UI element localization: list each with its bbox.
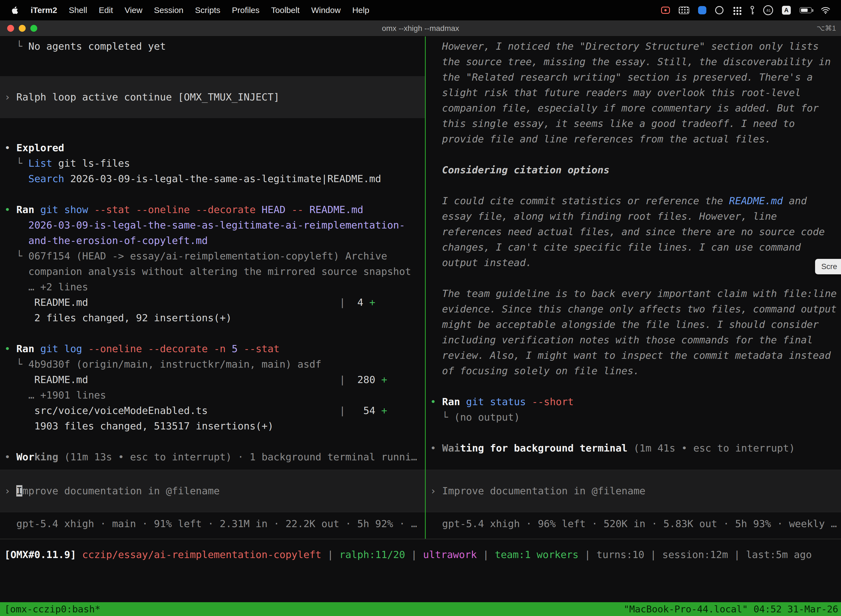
text-segment: companion analysis without altering the … [4, 266, 411, 277]
text-segment: • [4, 142, 16, 154]
recording-indicator-icon[interactable] [661, 7, 670, 14]
text-segment: src/voice/voiceModeEnabled.ts [4, 403, 339, 418]
menu-item-shell[interactable]: Shell [63, 6, 93, 15]
blue-app-icon[interactable] [698, 6, 706, 14]
left-pane[interactable]: └ No agents completed yet › Ralph loop a… [0, 37, 425, 539]
text-segment: -- [292, 204, 303, 215]
right-pane[interactable]: However, I noticed the "Directory Struct… [426, 37, 841, 539]
cpu-meter-icon[interactable]: .61 [763, 5, 773, 15]
text-segment: turns:10 [596, 549, 644, 560]
text-segment: Wor [16, 451, 34, 462]
text-segment: › [4, 91, 16, 103]
terminal-line: └ 067f154 (HEAD -> essay/ai-reimplementa… [0, 248, 425, 264]
menu-item-window[interactable]: Window [305, 6, 347, 15]
text-segment: --short [532, 396, 574, 407]
thinking-paragraph-2: I could cite commit statistics or refere… [426, 193, 838, 270]
menu-bar-status-icons: .61 A [661, 5, 833, 15]
battery-icon[interactable] [800, 7, 812, 13]
terminal-line: 2026-03-09-is-legal-the-same-as-legitima… [0, 217, 425, 233]
terminal-line: and-the-erosion-of-copyleft.md [0, 233, 425, 248]
text-segment: README.md [729, 195, 783, 207]
wifi-icon[interactable] [820, 6, 831, 14]
menu-item-view[interactable]: View [119, 6, 148, 15]
close-window-button[interactable] [7, 25, 14, 32]
screen-overlay-button[interactable]: Scre [815, 259, 841, 274]
terminal-blank [426, 378, 841, 394]
text-segment [460, 396, 466, 407]
terminal-line: └ 4b9d30f (origin/main, instructkr/main,… [0, 356, 425, 372]
terminal-line: Search 2026-03-09-is-legal-the-same-as-l… [0, 171, 425, 186]
tmux-session-label: [omx-cczip0:bash* [4, 604, 100, 615]
text-segment: (11m 13s • esc to interrupt) · 1 backgro… [58, 451, 417, 462]
key-icon[interactable] [750, 6, 755, 15]
text-segment: + [369, 297, 375, 308]
menu-item-session[interactable]: Session [148, 6, 189, 15]
zoom-window-button[interactable] [30, 25, 37, 32]
menu-item-profiles[interactable]: Profiles [226, 6, 265, 15]
menu-item-scripts[interactable]: Scripts [189, 6, 226, 15]
text-segment: git log [40, 343, 82, 354]
terminal-blank [0, 434, 425, 449]
input-source-letter: A [784, 7, 788, 14]
text-segment: (no output) [454, 412, 520, 423]
text-segment: --stat [244, 343, 280, 354]
text-segment: ralph:11/20 [339, 549, 405, 560]
terminal-line: companion analysis without altering the … [0, 264, 425, 279]
menu-item-iterm2[interactable]: iTerm2 [25, 6, 63, 15]
menu-item-edit[interactable]: Edit [93, 6, 119, 15]
text-segment: session:12m [662, 549, 728, 560]
text-segment: … +2 lines [4, 281, 88, 293]
text-segment: + [381, 405, 387, 416]
minimize-window-button[interactable] [19, 25, 26, 32]
text-segment: | [339, 405, 346, 416]
text-segment: last:5m ago [746, 549, 812, 560]
input-source-icon[interactable]: A [782, 6, 791, 15]
apple-icon [12, 6, 18, 14]
menu-item-help[interactable]: Help [347, 6, 375, 15]
text-segment [88, 204, 94, 215]
text-segment [76, 549, 82, 560]
terminal-line: └ List git ls-files [0, 155, 425, 171]
text-segment: git show [40, 204, 88, 215]
text-segment [303, 204, 309, 215]
text-segment: --oneline --decorate -n [88, 343, 226, 354]
tmux-host-time-label: "MacBook-Pro-44.local" 04:52 31-Mar-26 [624, 604, 838, 615]
text-segment: Improve documentation in @filename [442, 485, 645, 497]
text-segment [4, 173, 28, 184]
text-segment: | [405, 549, 423, 560]
circle-app-icon[interactable] [715, 6, 724, 14]
text-segment: | [728, 549, 746, 560]
menu-item-toolbelt[interactable]: Toolbelt [265, 6, 305, 15]
text-segment: I [16, 485, 22, 497]
text-segment: HEAD [262, 204, 286, 215]
text-segment: 2026-03-09-is-legal-the-same-as-legitima… [64, 173, 381, 184]
text-segment [34, 204, 40, 215]
apple-menu[interactable] [8, 6, 25, 14]
text-segment: Ran [16, 343, 34, 354]
text-segment: king [34, 451, 58, 462]
terminal-blank [0, 326, 425, 341]
text-segment: 067f154 (HEAD -> essay/ai-reimplementati… [28, 250, 387, 262]
text-segment: No agents completed yet [28, 41, 166, 52]
prompt-input-right[interactable]: › Improve documentation in @filename [426, 470, 841, 512]
ran-git-log: • Ran git log --oneline --decorate -n 5 … [0, 341, 425, 356]
keyboard-grid-icon[interactable] [679, 7, 689, 14]
dots-grid-icon[interactable] [732, 6, 741, 15]
terminal-line: 2 files changed, 92 insertions(+) [0, 310, 425, 326]
terminal-line: 1903 files changed, 513517 insertions(+) [0, 418, 425, 434]
explored-header: • Explored [0, 140, 425, 155]
text-segment: The team guideline is to back every impo… [442, 288, 841, 377]
text-segment: 280 [346, 374, 381, 385]
text-segment: └ [4, 250, 28, 262]
prompt-input-left[interactable]: › Improve documentation in @filename [0, 470, 425, 512]
terminal-line: README.md| 4 + [0, 295, 425, 310]
ran-git-show: • Ran git show --stat --oneline --decora… [0, 202, 425, 217]
text-segment: └ [4, 158, 28, 169]
text-segment [237, 343, 244, 354]
window-title-bar[interactable]: omx --xhigh --madmax ⌥⌘1 [0, 21, 841, 37]
right-pane-content: However, I noticed the "Directory Struct… [426, 39, 841, 456]
cpu-meter-value: .61 [766, 8, 771, 12]
window-title: omx --xhigh --madmax [0, 24, 841, 33]
text-segment [34, 343, 40, 354]
text-segment: --stat --oneline --decorate [94, 204, 255, 215]
